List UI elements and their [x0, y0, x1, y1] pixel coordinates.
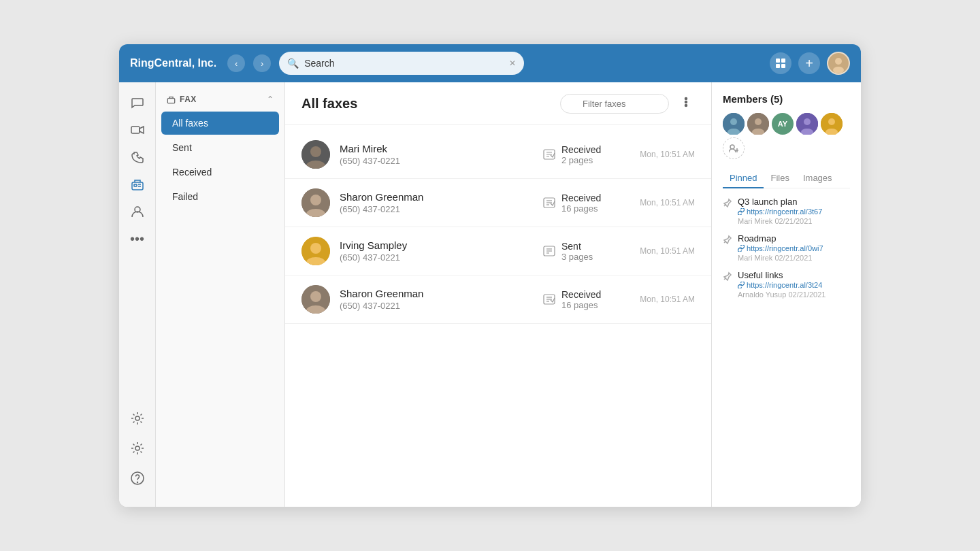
grid-icon [775, 58, 786, 69]
sidebar-item-contacts[interactable] [125, 199, 150, 224]
pin-svg-icon [723, 235, 732, 244]
link-icon [738, 245, 745, 252]
sidebar-item-messages[interactable] [125, 90, 150, 115]
svg-rect-17 [167, 98, 174, 103]
svg-point-19 [685, 101, 687, 103]
link-icon [738, 208, 745, 215]
svg-rect-3 [781, 64, 785, 68]
tab-pinned[interactable]: Pinned [723, 169, 764, 188]
svg-point-50 [730, 118, 737, 125]
pin-icon [723, 198, 732, 225]
nav-item-received[interactable]: Received [161, 161, 279, 184]
pinned-item[interactable]: Useful links https://ringcentr.al/3t24 A… [723, 270, 850, 299]
svg-point-56 [804, 118, 811, 125]
member-avatar[interactable]: AY [772, 113, 794, 135]
search-bar: 🔍 ✕ [279, 52, 524, 75]
nav-item-sent[interactable]: Sent [161, 136, 279, 159]
search-icon: 🔍 [287, 58, 299, 69]
sidebar-item-phone[interactable] [125, 145, 150, 169]
svg-point-5 [835, 58, 842, 65]
pinned-link[interactable]: https://ringcentr.al/3t67 [738, 207, 850, 216]
member-avatar-image [821, 113, 843, 135]
svg-point-53 [755, 118, 762, 125]
pinned-item-content: Q3 launch plan https://ringcentr.al/3t67… [738, 197, 850, 225]
sidebar-item-settings[interactable] [125, 436, 150, 461]
member-avatar-image [747, 113, 769, 135]
search-input[interactable] [304, 58, 504, 69]
pin-icon [723, 235, 732, 262]
fax-time: Mon, 10:51 AM [634, 150, 695, 159]
fax-status-label: Received [561, 193, 601, 203]
nav-panel-header: FAX ⌃ [156, 90, 284, 108]
pinned-link[interactable]: https://ringcentr.al/0wi7 [738, 244, 850, 252]
add-member-button[interactable] [723, 137, 745, 159]
member-avatar[interactable] [723, 113, 745, 135]
svg-point-13 [135, 416, 140, 420]
pinned-title: Roadmap [738, 233, 850, 244]
svg-rect-2 [776, 64, 780, 68]
fax-item[interactable]: Sharon Greenman (650) 437-0221 Receive [285, 179, 711, 227]
member-avatar[interactable] [747, 113, 769, 135]
pin-svg-icon [723, 271, 732, 281]
main-header: All faxes [285, 82, 711, 125]
members-header: Members (5) [723, 93, 850, 105]
sidebar-item-video[interactable] [125, 118, 150, 142]
fax-contact-phone: (650) 437-0221 [340, 252, 533, 263]
nav-item-all-faxes[interactable]: All faxes [161, 112, 279, 135]
pinned-list: Q3 launch plan https://ringcentr.al/3t67… [723, 197, 850, 299]
sidebar-item-fax[interactable] [125, 172, 150, 197]
member-avatar-image [723, 113, 745, 135]
sidebar-icons: ••• [119, 82, 156, 507]
fax-nav-icon [167, 95, 176, 104]
tab-images[interactable]: Images [796, 169, 839, 188]
fax-time: Mon, 10:51 AM [634, 295, 695, 304]
search-clear-icon[interactable]: ✕ [509, 59, 516, 68]
fax-contact-name: Irving Sampley [340, 239, 533, 251]
avatar-image [301, 140, 330, 169]
tab-files[interactable]: Files [764, 169, 796, 188]
grid-button[interactable] [770, 52, 791, 74]
filter-options-button[interactable] [677, 93, 695, 114]
fax-item[interactable]: Sharon Greenman (650) 437-0221 Receive [285, 276, 711, 324]
sidebar-item-help[interactable] [125, 466, 150, 490]
more-icon[interactable]: ••• [125, 227, 150, 251]
pinned-meta: Mari Mirek 02/21/2021 [738, 254, 850, 262]
collapse-button[interactable]: ⌃ [267, 95, 274, 104]
fax-contact-name: Sharon Greenman [340, 288, 533, 299]
nav-item-failed[interactable]: Failed [161, 185, 279, 208]
fax-pages: 3 pages [561, 252, 593, 262]
user-avatar[interactable] [827, 52, 850, 75]
app-container: RingCentral, Inc. ‹ › 🔍 ✕ + [119, 44, 861, 507]
fax-pages: 2 pages [561, 155, 601, 165]
avatar-image [829, 54, 848, 73]
fax-status-details: Received 16 pages [561, 289, 601, 310]
fax-status-label: Sent [561, 241, 593, 252]
svg-point-22 [310, 146, 321, 157]
filter-input[interactable] [560, 94, 669, 114]
pinned-item[interactable]: Roadmap https://ringcentr.al/0wi7 Mari M… [723, 233, 850, 262]
fax-item[interactable]: Mari Mirek (650) 437-0221 Received [285, 131, 711, 179]
fax-status-label: Received [561, 144, 601, 155]
svg-point-59 [828, 118, 835, 125]
pinned-item-content: Useful links https://ringcentr.al/3t24 A… [738, 270, 850, 299]
svg-rect-0 [776, 59, 780, 63]
member-avatar[interactable] [821, 113, 843, 135]
pinned-item[interactable]: Q3 launch plan https://ringcentr.al/3t67… [723, 197, 850, 225]
body: ••• [119, 82, 861, 507]
fax-list: Mari Mirek (650) 437-0221 Received [285, 125, 711, 507]
forward-button[interactable]: › [253, 54, 271, 72]
fax-pages: 16 pages [561, 300, 601, 310]
back-button[interactable]: ‹ [227, 54, 245, 72]
header-actions: + [770, 52, 850, 75]
app-title: RingCentral, Inc. [130, 57, 216, 69]
avatar [301, 188, 330, 217]
pinned-link[interactable]: https://ringcentr.al/3t24 [738, 281, 850, 289]
avatar-image [301, 188, 330, 217]
fax-status-details: Received 2 pages [561, 144, 601, 165]
member-avatar[interactable] [796, 113, 818, 135]
fax-item[interactable]: Irving Sampley (650) 437-0221 Sent 3 pa [285, 227, 711, 276]
add-button[interactable]: + [798, 52, 820, 74]
nav-panel: FAX ⌃ All faxes Sent Received Failed [156, 82, 285, 507]
sidebar-item-apps[interactable] [125, 406, 150, 431]
member-avatar-image [796, 113, 818, 135]
